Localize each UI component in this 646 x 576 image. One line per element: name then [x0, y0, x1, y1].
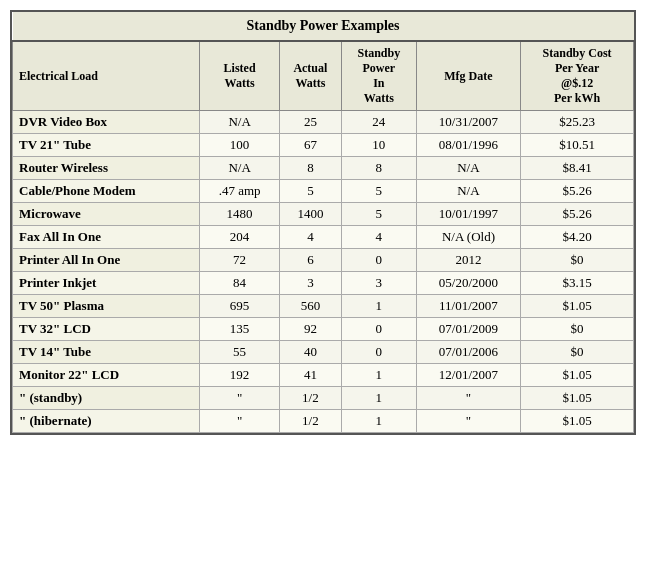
cell-mfg: 05/20/2000: [416, 272, 520, 295]
cell-mfg: 07/01/2009: [416, 318, 520, 341]
cell-standby: 0: [341, 249, 416, 272]
cell-load: Router Wireless: [13, 157, 200, 180]
cell-mfg: N/A: [416, 157, 520, 180]
cell-listed: N/A: [200, 111, 279, 134]
cell-listed: .47 amp: [200, 180, 279, 203]
cell-standby: 10: [341, 134, 416, 157]
cell-standby: 3: [341, 272, 416, 295]
cell-load: Cable/Phone Modem: [13, 180, 200, 203]
cell-load: TV 21" Tube: [13, 134, 200, 157]
cell-cost: $5.26: [521, 203, 634, 226]
table-row: " (hibernate)"1/21"$1.05: [13, 410, 634, 433]
header-load: Electrical Load: [13, 41, 200, 111]
cell-mfg: 10/31/2007: [416, 111, 520, 134]
cell-listed: 84: [200, 272, 279, 295]
table-row: Printer All In One72602012$0: [13, 249, 634, 272]
cell-listed: ": [200, 410, 279, 433]
cell-load: TV 14" Tube: [13, 341, 200, 364]
cell-actual: 41: [279, 364, 341, 387]
cell-load: Fax All In One: [13, 226, 200, 249]
table-row: " (standby)"1/21"$1.05: [13, 387, 634, 410]
cell-cost: $10.51: [521, 134, 634, 157]
cell-cost: $0: [521, 341, 634, 364]
table-row: Monitor 22" LCD19241112/01/2007$1.05: [13, 364, 634, 387]
table-row: TV 32" LCD13592007/01/2009$0: [13, 318, 634, 341]
cell-listed: 55: [200, 341, 279, 364]
cell-actual: 560: [279, 295, 341, 318]
table-row: Fax All In One20444N/A (Old)$4.20: [13, 226, 634, 249]
cell-load: TV 32" LCD: [13, 318, 200, 341]
table-row: Cable/Phone Modem.47 amp55N/A$5.26: [13, 180, 634, 203]
cell-actual: 1400: [279, 203, 341, 226]
cell-load: TV 50" Plasma: [13, 295, 200, 318]
cell-actual: 3: [279, 272, 341, 295]
table-row: Router WirelessN/A88N/A$8.41: [13, 157, 634, 180]
cell-mfg: ": [416, 410, 520, 433]
cell-actual: 25: [279, 111, 341, 134]
table-row: Microwave14801400510/01/1997$5.26: [13, 203, 634, 226]
cell-cost: $1.05: [521, 387, 634, 410]
cell-cost: $1.05: [521, 295, 634, 318]
cell-mfg: N/A (Old): [416, 226, 520, 249]
cell-mfg: ": [416, 387, 520, 410]
cell-load: Microwave: [13, 203, 200, 226]
cell-listed: 204: [200, 226, 279, 249]
cell-standby: 8: [341, 157, 416, 180]
header-standby-cost: Standby Cost Per Year @$.12 Per kWh: [521, 41, 634, 111]
cell-standby: 5: [341, 203, 416, 226]
cell-cost: $3.15: [521, 272, 634, 295]
cell-standby: 4: [341, 226, 416, 249]
cell-mfg: 08/01/1996: [416, 134, 520, 157]
cell-cost: $4.20: [521, 226, 634, 249]
cell-listed: 135: [200, 318, 279, 341]
header-mfg-date: Mfg Date: [416, 41, 520, 111]
cell-load: DVR Video Box: [13, 111, 200, 134]
cell-actual: 1/2: [279, 387, 341, 410]
cell-listed: N/A: [200, 157, 279, 180]
cell-mfg: 2012: [416, 249, 520, 272]
cell-cost: $1.05: [521, 410, 634, 433]
cell-load: " (standby): [13, 387, 200, 410]
cell-actual: 92: [279, 318, 341, 341]
cell-listed: 192: [200, 364, 279, 387]
cell-load: Printer Inkjet: [13, 272, 200, 295]
cell-mfg: 12/01/2007: [416, 364, 520, 387]
cell-cost: $25.23: [521, 111, 634, 134]
table-title: Standby Power Examples: [13, 12, 634, 41]
header-listed-watts: Listed Watts: [200, 41, 279, 111]
cell-actual: 8: [279, 157, 341, 180]
cell-listed: ": [200, 387, 279, 410]
header-actual-watts: Actual Watts: [279, 41, 341, 111]
cell-mfg: 10/01/1997: [416, 203, 520, 226]
cell-mfg: N/A: [416, 180, 520, 203]
standby-power-table: Standby Power Examples Electrical Load L…: [10, 10, 636, 435]
cell-listed: 1480: [200, 203, 279, 226]
cell-actual: 40: [279, 341, 341, 364]
cell-cost: $1.05: [521, 364, 634, 387]
cell-load: Monitor 22" LCD: [13, 364, 200, 387]
cell-mfg: 07/01/2006: [416, 341, 520, 364]
cell-listed: 695: [200, 295, 279, 318]
cell-standby: 0: [341, 341, 416, 364]
cell-standby: 1: [341, 295, 416, 318]
cell-cost: $8.41: [521, 157, 634, 180]
table-row: TV 14" Tube5540007/01/2006$0: [13, 341, 634, 364]
cell-cost: $0: [521, 318, 634, 341]
cell-load: Printer All In One: [13, 249, 200, 272]
cell-actual: 67: [279, 134, 341, 157]
cell-standby: 1: [341, 364, 416, 387]
cell-standby: 1: [341, 410, 416, 433]
cell-listed: 72: [200, 249, 279, 272]
cell-standby: 1: [341, 387, 416, 410]
cell-listed: 100: [200, 134, 279, 157]
cell-cost: $0: [521, 249, 634, 272]
table-row: Printer Inkjet843305/20/2000$3.15: [13, 272, 634, 295]
table-row: TV 50" Plasma695560111/01/2007$1.05: [13, 295, 634, 318]
cell-mfg: 11/01/2007: [416, 295, 520, 318]
cell-load: " (hibernate): [13, 410, 200, 433]
cell-actual: 6: [279, 249, 341, 272]
table-row: TV 21" Tube100671008/01/1996$10.51: [13, 134, 634, 157]
cell-standby: 0: [341, 318, 416, 341]
cell-actual: 4: [279, 226, 341, 249]
cell-actual: 1/2: [279, 410, 341, 433]
